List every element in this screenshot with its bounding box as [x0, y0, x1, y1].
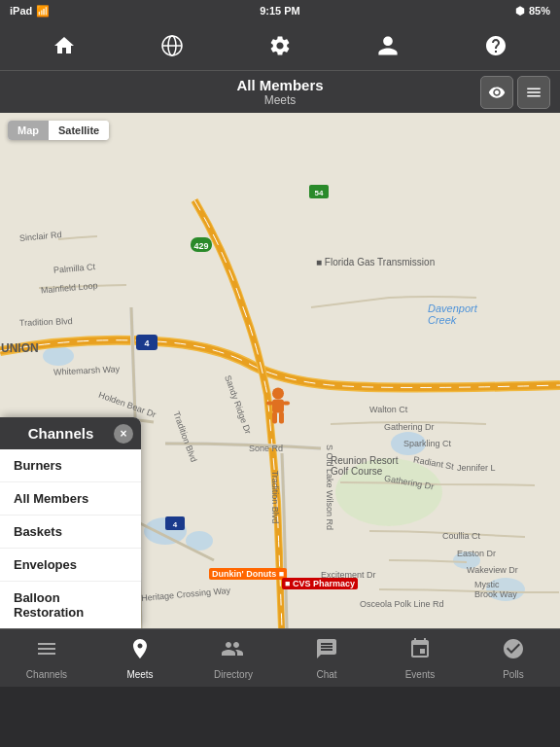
svg-point-10	[453, 551, 480, 569]
satellite-button[interactable]: Satellite	[49, 121, 109, 140]
top-nav	[0, 21, 560, 70]
meets-tab-label: Meets	[126, 669, 153, 680]
svg-point-9	[486, 578, 525, 601]
main-title: All Members	[236, 77, 323, 93]
svg-point-11	[335, 458, 442, 526]
directory-tab-icon	[221, 637, 246, 666]
channels-tab-label: Channels	[26, 669, 67, 680]
svg-rect-23	[283, 402, 290, 406]
svg-rect-25	[279, 412, 284, 424]
polls-tab-label: Polls	[503, 669, 524, 680]
wifi-icon: 📶	[36, 5, 50, 18]
eye-button[interactable]	[480, 76, 513, 109]
title-bar: All Members Meets	[0, 70, 560, 113]
tab-meets[interactable]: Meets	[106, 637, 174, 680]
channels-header: Channels ×	[0, 417, 141, 449]
channels-close-button[interactable]: ×	[114, 424, 133, 444]
profile-icon[interactable]	[370, 28, 405, 63]
chat-tab-label: Chat	[316, 669, 336, 680]
map-satellite-toggle[interactable]: Map Satellite	[8, 121, 109, 140]
ipad-label: iPad	[10, 5, 32, 17]
status-right: ⬢ 85%	[515, 5, 550, 18]
map-button[interactable]: Map	[8, 121, 49, 140]
tab-polls[interactable]: Polls	[479, 637, 547, 680]
map-container[interactable]: 4 54 4 429 ■ Florida Gas Trans	[0, 113, 560, 628]
status-bar: iPad 📶 9:15 PM ⬢ 85%	[0, 0, 560, 21]
battery-level: 85%	[529, 5, 550, 17]
status-time: 9:15 PM	[260, 5, 300, 17]
polls-tab-icon	[502, 637, 525, 666]
tab-events[interactable]: Events	[386, 637, 454, 680]
settings-icon[interactable]	[262, 28, 298, 63]
svg-rect-22	[266, 402, 273, 406]
channel-item[interactable]: All Members	[0, 482, 141, 516]
channel-item[interactable]: Balloon Restoration	[0, 582, 141, 628]
svg-point-4	[391, 432, 426, 455]
directory-tab-label: Directory	[214, 669, 253, 680]
home-icon[interactable]	[47, 28, 82, 63]
channels-list: BurnersAll MembersBasketsEnvelopesBalloo…	[0, 449, 141, 628]
channels-tab-icon	[35, 637, 58, 666]
svg-rect-24	[272, 412, 277, 424]
user-location-pin	[264, 386, 292, 434]
chat-tab-icon	[315, 637, 338, 666]
tab-channels[interactable]: Channels	[13, 637, 81, 680]
tab-directory[interactable]: Directory	[199, 637, 267, 680]
tab-chat[interactable]: Chat	[293, 637, 361, 680]
title-text: All Members Meets	[236, 77, 323, 107]
events-tab-label: Events	[405, 669, 436, 680]
svg-point-7	[43, 346, 74, 366]
svg-text:4: 4	[173, 520, 178, 529]
events-tab-icon	[408, 637, 432, 666]
svg-rect-21	[272, 400, 284, 413]
channel-item[interactable]: Baskets	[0, 516, 141, 549]
meets-tab-icon	[128, 637, 152, 666]
svg-text:54: 54	[315, 189, 324, 197]
channel-item[interactable]: Burners	[0, 449, 141, 482]
status-left: iPad 📶	[10, 5, 50, 18]
svg-text:4: 4	[144, 338, 149, 348]
globe-icon[interactable]	[155, 28, 190, 63]
channels-title: Channels	[28, 425, 94, 442]
help-icon[interactable]	[478, 28, 513, 63]
channels-panel: Channels × BurnersAll MembersBasketsEnve…	[0, 417, 141, 628]
bottom-tab-bar: Channels Meets Directory Chat	[0, 628, 560, 687]
channel-item[interactable]: Envelopes	[0, 549, 141, 582]
sub-title: Meets	[236, 93, 323, 107]
menu-button[interactable]	[517, 76, 550, 109]
bluetooth-icon: ⬢	[515, 5, 525, 18]
svg-point-20	[272, 388, 284, 400]
svg-text:429: 429	[193, 241, 208, 251]
title-buttons	[480, 76, 550, 109]
